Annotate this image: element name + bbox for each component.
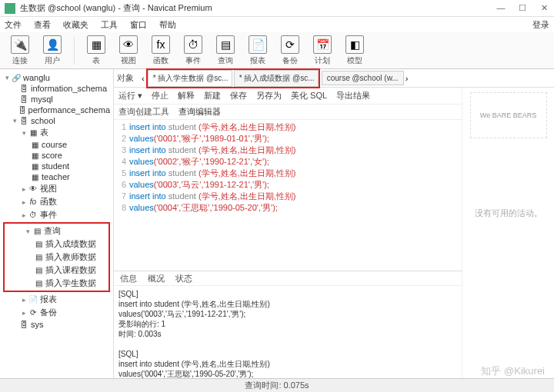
action-美化 SQL[interactable]: 美化 SQL <box>291 90 327 101</box>
tree-db[interactable]: 🗄information_schema <box>2 83 112 94</box>
content-area: 对象 ‹ * 插入学生数据 @sc... * 插入成绩数据 @sc... cou… <box>114 69 554 378</box>
tool-查询[interactable]: ▤查询 <box>212 35 239 66</box>
subtab-editor[interactable]: 查询编辑器 <box>179 106 221 118</box>
tree-db-sys[interactable]: 🗄sys <box>2 319 112 330</box>
tool-模型[interactable]: ◧模型 <box>341 35 369 66</box>
tool-事件[interactable]: ⏱事件 <box>179 35 207 66</box>
action-新建[interactable]: 新建 <box>204 90 221 101</box>
tree-query-item[interactable]: ▤插入成绩数据 <box>5 238 108 251</box>
tree-functions-node[interactable]: ▸fo函数 <box>2 195 112 208</box>
action-停止[interactable]: 停止 <box>152 90 169 101</box>
tab-nav-left[interactable]: ‹ <box>142 74 145 83</box>
sql-editor[interactable]: 12345678 insert into student (学号,姓名,出生日期… <box>114 120 462 271</box>
tree-backups-node[interactable]: ▸⟳备份 <box>2 306 112 319</box>
highlight-tabs: * 插入学生数据 @sc... * 插入成绩数据 @sc... <box>146 68 320 88</box>
tree-query-item[interactable]: ▤插入教师数据 <box>5 251 108 264</box>
object-label[interactable]: 对象 <box>117 72 134 84</box>
tree-events-node[interactable]: ▸⏱事件 <box>2 208 112 221</box>
minimize-button[interactable]: — <box>496 3 506 13</box>
highlight-queries: ▾▤查询 ▤插入成绩数据 ▤插入教师数据 ▤插入课程数据 ▤插入学生数据 <box>3 222 110 292</box>
titlebar: 生数据 @school (wanglu) - 查询 - Navicat Prem… <box>0 0 554 17</box>
tree-query-item[interactable]: ▤插入学生数据 <box>5 277 108 290</box>
sidebar-tree[interactable]: ▾🔗wanglu 🗄information_schema 🗄mysql 🗄per… <box>0 69 114 378</box>
menu-favorites[interactable]: 收藏夹 <box>63 19 88 31</box>
menu-window[interactable]: 窗口 <box>130 19 147 31</box>
tree-db[interactable]: 🗄mysql <box>2 94 112 105</box>
tab-insert-student[interactable]: * 插入学生数据 @sc... <box>148 70 232 87</box>
editor-tabbar: 对象 ‹ * 插入学生数据 @sc... * 插入成绩数据 @sc... cou… <box>114 69 554 88</box>
tab-course[interactable]: course @school (w... <box>322 71 404 85</box>
tree-table[interactable]: ▦student <box>2 161 112 171</box>
close-button[interactable]: ✕ <box>539 3 549 13</box>
menu-tools[interactable]: 工具 <box>101 19 118 31</box>
result-tabs: 信息 概况 状态 <box>114 271 462 286</box>
subtab-builder[interactable]: 查询创建工具 <box>118 106 169 118</box>
action-运行 ▾[interactable]: 运行 ▾ <box>118 90 142 101</box>
action-解释[interactable]: 解释 <box>178 90 195 101</box>
tab-profile[interactable]: 概况 <box>148 273 165 284</box>
query-time: 查询时间: 0.075s <box>245 380 309 391</box>
tree-db[interactable]: 🗄performance_schema <box>2 105 112 115</box>
tool-表[interactable]: ▦表 <box>82 35 110 66</box>
tree-tables-node[interactable]: ▾▦表 <box>2 126 112 139</box>
tab-insert-score[interactable]: * 插入成绩数据 @sc... <box>234 70 319 87</box>
tool-用户[interactable]: 👤用户 <box>38 35 66 66</box>
tool-计划[interactable]: 📅计划 <box>309 35 336 66</box>
menu-view[interactable]: 查看 <box>34 19 51 31</box>
tree-connection[interactable]: ▾🔗wanglu <box>2 72 112 83</box>
menu-file[interactable]: 文件 <box>5 19 22 31</box>
tool-报表[interactable]: 📄报表 <box>244 35 272 66</box>
tool-备份[interactable]: ⟳备份 <box>276 35 304 66</box>
tab-nav-right[interactable]: › <box>405 74 409 83</box>
action-保存[interactable]: 保存 <box>230 90 247 101</box>
tree-queries-node[interactable]: ▾▤查询 <box>5 224 108 238</box>
tree-table[interactable]: ▦score <box>2 150 112 161</box>
statusbar: 查询时间: 0.075s <box>0 378 554 392</box>
main-toolbar: 🔌连接👤用户▦表👁视图fx函数⏱事件▤查询📄报表⟳备份📅计划◧模型 <box>0 32 554 69</box>
maximize-button[interactable]: ☐ <box>517 3 528 13</box>
tree-query-item[interactable]: ▤插入课程数据 <box>5 264 108 277</box>
tree-table[interactable]: ▦course <box>2 139 112 150</box>
tree-db-school[interactable]: ▾🗄school <box>2 115 112 126</box>
tool-视图[interactable]: 👁视图 <box>115 35 142 66</box>
login-link[interactable]: 登录 <box>532 19 549 31</box>
query-toolbar: 运行 ▾停止解释新建保存另存为美化 SQL导出结果 <box>114 88 462 105</box>
output-panel[interactable]: [SQL]insert into student (学号,姓名,出生日期,性别)… <box>114 286 462 378</box>
tab-status[interactable]: 状态 <box>175 273 192 284</box>
tree-views-node[interactable]: ▸👁视图 <box>2 182 112 195</box>
watermark: 知乎 @Kikurei <box>481 364 545 378</box>
code-area[interactable]: insert into student (学号,姓名,出生日期,性别)value… <box>129 121 462 269</box>
action-另存为[interactable]: 另存为 <box>256 90 282 101</box>
tool-函数[interactable]: fx函数 <box>147 35 175 66</box>
tool-连接[interactable]: 🔌连接 <box>6 35 34 66</box>
no-activity-label: 没有可用的活动。 <box>475 208 542 219</box>
tree-reports-node[interactable]: ▸📄报表 <box>2 293 112 306</box>
bears-image: We BARE BEARS <box>470 92 547 138</box>
menubar: 文件 查看 收藏夹 工具 窗口 帮助 登录 <box>0 17 554 32</box>
app-icon <box>5 3 15 14</box>
window-title: 生数据 @school (wanglu) - 查询 - Navicat Prem… <box>20 2 496 14</box>
query-subtabs: 查询创建工具 查询编辑器 <box>114 105 462 120</box>
activity-panel: We BARE BEARS 没有可用的活动。 <box>462 88 554 378</box>
tab-info[interactable]: 信息 <box>120 273 137 284</box>
menu-help[interactable]: 帮助 <box>159 19 176 31</box>
line-gutter: 12345678 <box>114 121 129 269</box>
tree-table[interactable]: ▦teacher <box>2 171 112 182</box>
action-导出结果[interactable]: 导出结果 <box>336 90 370 101</box>
